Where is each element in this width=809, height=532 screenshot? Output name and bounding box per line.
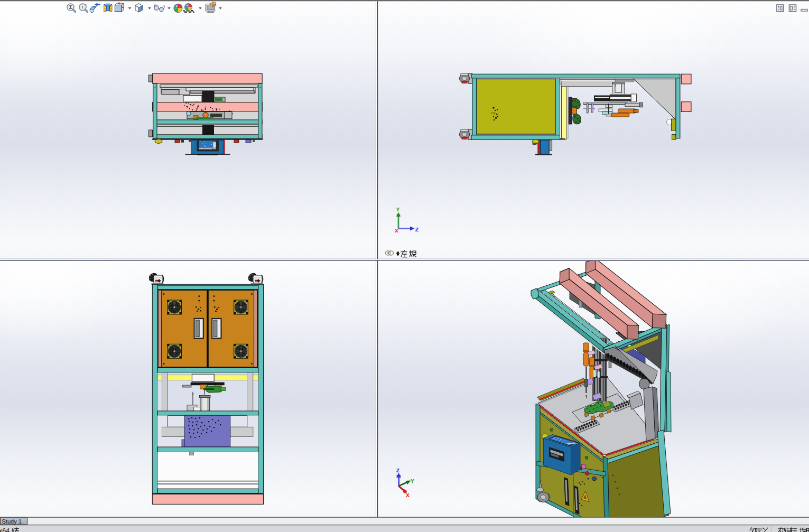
svg-text:Z: Z	[396, 467, 400, 474]
svg-text:Z: Z	[415, 226, 419, 233]
svg-text:Y: Y	[411, 478, 414, 484]
svg-text:X: X	[395, 227, 398, 234]
svg-text:Y: Y	[396, 206, 400, 213]
svg-text:x64: x64	[0, 527, 10, 532]
svg-text:Study 1: Study 1	[2, 518, 22, 525]
svg-text:X: X	[406, 492, 410, 499]
